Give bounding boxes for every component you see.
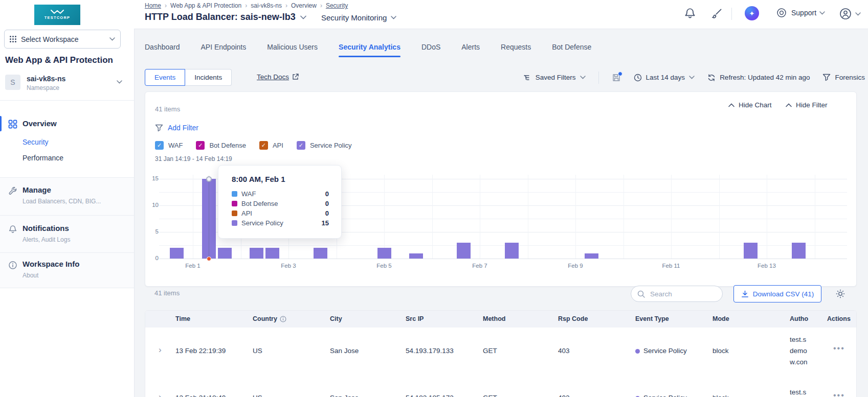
save-filter-button[interactable] [612,73,621,82]
row-expander-icon[interactable]: › [159,392,162,397]
active-nav-indicator [0,116,2,131]
chevron-down-icon[interactable] [300,15,306,19]
forensics-button[interactable]: Forensics [822,74,865,81]
cell-method: GET [483,394,497,397]
cell-country: US [253,394,262,397]
tab-security-analytics[interactable]: Security Analytics [339,43,400,57]
tab-alerts[interactable]: Alerts [461,43,480,57]
account-menu[interactable] [839,7,861,20]
theme-brush-button[interactable] [710,7,724,20]
hide-chart-button[interactable]: Hide Chart [728,101,772,109]
info-icon[interactable] [280,316,286,322]
chart-bar[interactable] [218,248,232,259]
sidebar-item-performance[interactable]: Performance [23,154,63,162]
workspace-selector[interactable]: Select Workspace [4,30,121,49]
row-expander-icon[interactable]: › [159,345,162,355]
table-row[interactable]: ›13 Feb 21:18:40USSan Jose54.183.185.173… [145,375,856,397]
gridline-v [528,175,528,259]
forensics-label: Forensics [835,74,865,81]
series-checkbox-service-policy[interactable]: ✓Service Policy [297,141,352,150]
namespace-chevron-icon[interactable] [117,80,122,84]
chart-bar[interactable] [457,243,471,259]
series-checkbox-api[interactable]: ✓API [259,141,283,150]
time-range-dropdown[interactable]: Last 14 days [634,74,695,82]
sidebar-item-notifications[interactable]: Notifications [23,224,69,232]
add-filter-button[interactable]: Add Filter [155,124,198,132]
y-axis-label: 5 [145,228,159,235]
ai-assistant-button[interactable]: ✦ [745,6,759,20]
tab-events[interactable]: Events [145,69,185,86]
refresh-button[interactable]: Refresh: Updated 42 min ago [707,74,810,82]
chart-bar[interactable] [250,248,263,259]
tab-bot-defense[interactable]: Bot Defense [552,43,591,57]
sidebar-item-manage[interactable]: Manage [23,185,51,194]
chart-bar[interactable] [170,248,184,259]
column-header-country[interactable]: Country [253,315,286,322]
chart-bar[interactable] [265,248,279,259]
column-header-actions[interactable]: Actions [827,315,851,322]
tab-dashboard[interactable]: Dashboard [145,43,180,57]
testcorp-logo[interactable]: TESTCORP [34,5,80,25]
sidebar-item-security[interactable]: Security [23,138,49,146]
tooltip-series-swatch [232,211,237,216]
column-header-time[interactable]: Time [175,315,190,322]
series-checkbox-waf[interactable]: ✓WAF [155,141,183,150]
breadcrumb-separator: › [245,2,247,9]
table-row[interactable]: ›13 Feb 22:19:39USSan Jose54.193.179.133… [145,328,856,375]
series-checkbox-bot-defense[interactable]: ✓Bot Defense [196,141,246,150]
sidebar-item-workspace-info-sub: About [23,272,38,279]
app-root: TESTCORP Select Workspace Web App & API … [0,0,868,397]
gridline-v [575,175,576,259]
support-menu[interactable]: Support [776,7,825,18]
sidebar-item-workspace-info[interactable]: Workspace Info [23,260,79,268]
chart-bar[interactable] [505,243,519,259]
saved-filters-dropdown[interactable]: Saved Filters [523,74,586,81]
breadcrumb-item[interactable]: Security [326,2,348,9]
gridline-v [432,175,433,259]
breadcrumb-item[interactable]: Web App & API Protection [170,2,241,9]
column-header-city[interactable]: City [330,315,342,322]
chart-bar[interactable] [744,243,758,259]
column-header-autho[interactable]: Autho [790,315,808,322]
column-header-mode[interactable]: Mode [713,315,729,322]
column-header-rsp-code[interactable]: Rsp Code [558,315,588,322]
column-header-src-ip[interactable]: Src IP [406,315,424,322]
tab-incidents[interactable]: Incidents [185,69,232,86]
tech-docs-link[interactable]: Tech Docs [257,73,299,81]
tab-api-endpoints[interactable]: API Endpoints [201,43,247,57]
notifications-bell-button[interactable] [684,7,696,20]
breadcrumb-item[interactable]: Home [145,2,161,9]
column-header-method[interactable]: Method [483,315,505,322]
gridline-h [159,259,847,259]
chevron-up-icon [786,103,792,107]
chevron-down-icon [109,37,115,41]
download-csv-button[interactable]: Download CSV (41) [733,285,821,302]
context-selector[interactable]: Security Monitoring [321,13,396,22]
breadcrumb-item[interactable]: Overview [291,2,317,9]
chart-bar[interactable] [792,243,806,259]
tab-malicious-users[interactable]: Malicious Users [267,43,318,57]
tab-ddos[interactable]: DDoS [421,43,440,57]
gear-icon[interactable] [835,289,845,299]
search-input[interactable] [649,290,713,298]
topbar: Home›Web App & API Protection›sai-vk8s-n… [134,0,868,29]
chart-bar[interactable] [585,253,598,259]
column-header-event-type[interactable]: Event Type [635,315,669,322]
tab-requests[interactable]: Requests [501,43,531,57]
sidebar-item-overview[interactable]: Overview [23,119,57,128]
column-header-label: Method [483,315,505,322]
namespace-name: sai-vk8s-ns [27,75,65,83]
chart-bar[interactable] [377,248,391,259]
checkbox-checked-icon: ✓ [155,141,164,150]
row-actions-button[interactable]: ••• [833,391,845,397]
row-actions-button[interactable]: ••• [833,344,845,353]
hide-filter-button[interactable]: Hide Filter [786,101,828,109]
column-header-label: Autho [790,315,808,322]
chart-bar[interactable] [314,248,327,259]
breadcrumb-item[interactable]: sai-vk8s-ns [251,2,282,9]
cell-time: 13 Feb 22:19:39 [175,347,226,355]
cell-city: San Jose [330,347,359,355]
filter-controls: Saved Filters Last 14 days Refresh: Upda… [523,69,865,86]
workspace-selector-label: Select Workspace [21,35,109,43]
chart-bar[interactable] [409,253,423,259]
